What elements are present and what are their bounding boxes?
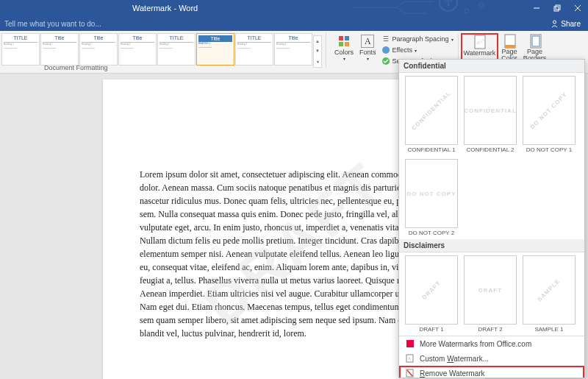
paragraph-spacing-button[interactable]: ☰Paragraph Spacing▾ (379, 34, 456, 44)
page-borders-icon (528, 35, 542, 48)
watermark-thumb-label: DRAFT 1 (419, 326, 443, 333)
svg-rect-10 (345, 36, 349, 40)
watermark-thumb-label: SAMPLE 1 (534, 326, 563, 333)
title-bar: Watermark - Word (0, 0, 588, 16)
watermark-section-header: Confidential (399, 60, 584, 73)
style-set-item[interactable]: TitleHEADING 1▬▬▬▬▬▬ (196, 33, 234, 65)
remove-watermark-item[interactable]: Remove Watermark (399, 366, 584, 378)
effects-icon (381, 46, 390, 54)
watermark-section-header: Disclaimers (399, 239, 584, 252)
watermark-thumb-label: CONFIDENTIAL 2 (466, 146, 514, 153)
style-set-item[interactable]: TitleHeading 1▬▬▬▬▬▬ (40, 33, 79, 65)
svg-point-2 (479, 3, 484, 7)
titlebar-decoration (353, 0, 500, 18)
watermark-thumbnail[interactable]: DRAFTDRAFT 2 (462, 255, 518, 333)
restore-button[interactable] (547, 0, 567, 16)
window-title: Watermark - Word (132, 4, 198, 13)
watermark-thumb-label: CONFIDENTIAL 1 (407, 146, 455, 153)
watermark-thumb-label: DO NOT COPY 1 (526, 146, 572, 153)
style-set-item[interactable]: TitleHeading 1▬▬▬▬▬▬ (79, 33, 118, 65)
svg-rect-4 (554, 7, 559, 11)
watermark-thumbnail[interactable]: CONFIDENTIALCONFIDENTIAL 1 (404, 76, 459, 153)
fonts-button[interactable]: A Fonts▾ (356, 33, 379, 63)
style-set-item[interactable]: TitleHeading 1▬▬▬▬▬▬ (274, 33, 312, 65)
paragraph-spacing-icon: ☰ (381, 35, 390, 43)
watermark-icon: TEXT (473, 35, 486, 49)
watermark-thumbnail[interactable]: DRAFTDRAFT 1 (404, 255, 459, 333)
watermark-thumbnail[interactable]: SAMPLESAMPLE 1 (521, 255, 577, 333)
watermark-thumb-label: DO NOT COPY 2 (409, 230, 454, 236)
svg-point-1 (465, 9, 469, 13)
style-set-item[interactable]: TITLEHeading 1▬▬▬▬▬▬ (157, 33, 196, 65)
custom-watermark-item[interactable]: A Custom Watermark... (399, 351, 584, 366)
svg-rect-21 (406, 340, 414, 347)
watermark-thumbnail[interactable]: DO NOT COPYDO NOT COPY 1 (521, 76, 577, 153)
office-icon (405, 339, 415, 349)
tell-me-input[interactable]: Tell me what you want to do... (4, 20, 101, 28)
svg-point-13 (382, 46, 390, 54)
colors-button[interactable]: Colors▾ (331, 33, 356, 63)
svg-rect-5 (556, 5, 560, 10)
tell-me-bar: Tell me what you want to do... Share (0, 16, 588, 31)
svg-rect-12 (345, 42, 349, 46)
style-set-item[interactable]: TitleHeading 1▬▬▬▬▬▬ (118, 33, 157, 65)
more-watermarks-item[interactable]: More Watermarks from Office.com (399, 336, 584, 351)
colors-icon (337, 35, 351, 48)
share-icon (551, 20, 559, 28)
watermark-thumbnail[interactable]: CONFIDENTIALCONFIDENTIAL 2 (462, 76, 518, 153)
close-button[interactable] (567, 0, 588, 16)
svg-point-8 (553, 21, 556, 24)
watermark-thumbnail[interactable]: DO NOT COPYDO NOT COPY 2 (404, 159, 459, 236)
effects-button[interactable]: Effects▾ (379, 45, 456, 55)
svg-rect-11 (339, 42, 343, 46)
checkmark-icon (381, 57, 390, 65)
page-color-icon (503, 35, 516, 48)
ribbon-group-label: Document Formatting (44, 64, 108, 71)
fonts-icon: A (361, 35, 374, 48)
style-gallery-more[interactable]: ▲▼▾ (313, 35, 322, 68)
share-label: Share (561, 20, 581, 28)
custom-watermark-icon: A (405, 353, 415, 364)
watermark-gallery-panel: Confidential CONFIDENTIALCONFIDENTIAL 1C… (398, 59, 585, 378)
watermark-thumb-label: DRAFT 2 (478, 326, 502, 333)
watermark-menu: More Watermarks from Office.com A Custom… (399, 336, 584, 378)
style-set-item[interactable]: TITLEHeading 1▬▬▬▬▬▬ (1, 33, 40, 65)
share-button[interactable]: Share (551, 20, 588, 28)
minimize-button[interactable] (526, 0, 547, 16)
remove-watermark-icon (405, 368, 415, 378)
style-set-item[interactable]: TITLEHeading 1▬▬▬▬▬▬ (235, 33, 273, 65)
svg-rect-9 (339, 36, 343, 40)
